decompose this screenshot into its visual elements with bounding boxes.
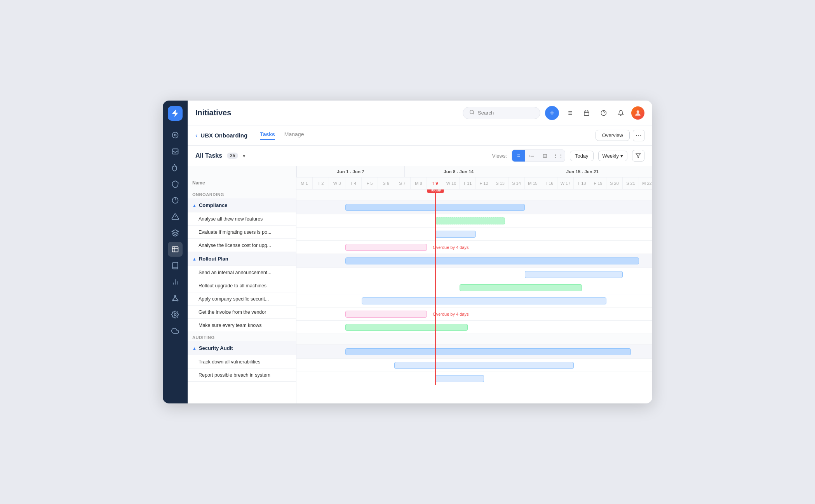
breadcrumb-back[interactable]: ‹ <box>195 132 197 139</box>
gantt-task-row <box>296 214 652 228</box>
sidebar-item-power[interactable] <box>168 193 183 208</box>
sidebar-item-gantt[interactable] <box>168 242 183 257</box>
svg-point-21 <box>470 110 474 113</box>
breadcrumb-project[interactable]: UBX Onboarding <box>200 132 247 139</box>
app-window: Initiatives + <box>163 101 652 403</box>
day-cell: S 21 <box>623 177 639 189</box>
filter-button[interactable] <box>632 150 644 162</box>
page-title: Initiatives <box>195 108 458 117</box>
sidebar-item-settings[interactable] <box>168 307 183 322</box>
gantt-bar-announcement <box>525 271 623 278</box>
day-cell: M 22 <box>639 177 652 189</box>
gantt-task-row <box>296 281 652 294</box>
day-cell: F 12 <box>476 177 492 189</box>
tab-manage[interactable]: Manage <box>284 131 304 140</box>
overdue-label-invoice: · Overdue by 4 days <box>430 312 468 316</box>
header: Initiatives + <box>188 101 652 125</box>
all-tasks-label: All Tasks <box>195 152 222 159</box>
gantt-area: Name Onboarding ▲ Compliance Analyse all… <box>188 166 652 403</box>
day-cell: W 17 <box>557 177 574 189</box>
task-row[interactable]: Track down all vulnerabilities <box>188 355 296 368</box>
svg-rect-8 <box>172 247 178 252</box>
gantt-bar-security <box>362 297 606 304</box>
svg-point-20 <box>174 314 176 316</box>
tab-tasks[interactable]: Tasks <box>260 131 275 140</box>
sidebar-item-book[interactable] <box>168 258 183 273</box>
search-bar[interactable] <box>463 107 540 119</box>
svg-line-18 <box>175 297 178 300</box>
task-row[interactable]: Analyse all thew new features <box>188 212 296 226</box>
sidebar-logo[interactable] <box>168 106 183 121</box>
task-row[interactable]: Rollout upgrade to all machines <box>188 279 296 292</box>
day-cell: T 18 <box>574 177 590 189</box>
gantt-header: Jun 1 - Jun 7 Jun 8 - Jun 14 Jun 15 - Ju… <box>296 166 652 189</box>
breadcrumb: ‹ UBX Onboarding Tasks Manage <box>195 131 596 140</box>
svg-line-22 <box>473 113 474 114</box>
gantt-task-row <box>296 321 652 334</box>
svg-point-14 <box>174 295 176 297</box>
sidebar-item-bugs[interactable] <box>168 160 183 175</box>
add-button[interactable]: + <box>545 106 559 120</box>
sidebar-item-network[interactable] <box>168 291 183 306</box>
gantt-group-row <box>296 200 652 214</box>
sidebar-item-security[interactable] <box>168 177 183 191</box>
sidebar-item-inbox[interactable] <box>168 144 183 159</box>
day-cell: S 20 <box>606 177 623 189</box>
calendar-button[interactable] <box>580 106 593 120</box>
search-icon <box>469 109 475 116</box>
gantt-group-row <box>296 345 652 359</box>
view-gantt[interactable]: ≡ <box>512 150 525 162</box>
gantt-task-row: · Overdue by 4 days <box>296 308 652 321</box>
list-view-button[interactable] <box>563 106 576 120</box>
header-actions: + <box>545 106 644 120</box>
task-name: Analyse all thew new features <box>199 216 263 222</box>
overdue-label: · Overdue by 4 days <box>430 245 468 250</box>
view-timeline[interactable]: ⋮⋮ <box>552 150 565 162</box>
gantt-group-row <box>296 254 652 268</box>
tasks-dropdown[interactable]: ▾ <box>243 153 246 159</box>
overview-button[interactable]: Overview <box>596 130 630 141</box>
security-audit-label: Security Audit <box>199 345 233 351</box>
task-row[interactable]: Get the invoice from the vendor <box>188 306 296 319</box>
task-row[interactable]: Analyse the license cost for upg... <box>188 239 296 252</box>
gantt-task-row <box>296 372 652 385</box>
svg-marker-36 <box>636 154 641 158</box>
today-button[interactable]: Today <box>570 151 594 161</box>
weekly-button[interactable]: Weekly ▾ <box>598 151 627 161</box>
sidebar-item-alert[interactable] <box>168 209 183 224</box>
task-row[interactable]: Evaluate if migrating users is po... <box>188 226 296 239</box>
tabs: Tasks Manage <box>260 131 304 140</box>
task-row[interactable]: Make sure every team knows <box>188 319 296 332</box>
task-row[interactable]: Send an internal announcement... <box>188 266 296 279</box>
day-cell: T 4 <box>345 177 362 189</box>
gantt-task-row: · Overdue by 4 days <box>296 241 652 254</box>
svg-point-35 <box>637 110 639 113</box>
group-rollout-plan[interactable]: ▲ Rollout Plan <box>188 252 296 266</box>
sidebar-item-home[interactable] <box>168 128 183 143</box>
task-row[interactable]: Report possible breach in system <box>188 368 296 382</box>
gantt-task-row <box>296 228 652 241</box>
collapse-security: ▲ <box>192 346 197 351</box>
day-cell: W 3 <box>329 177 345 189</box>
task-name: Track down all vulnerabilities <box>199 359 260 365</box>
group-compliance[interactable]: ▲ Compliance <box>188 198 296 212</box>
group-security-audit[interactable]: ▲ Security Audit <box>188 341 296 355</box>
day-cell: T 2 <box>313 177 329 189</box>
view-board[interactable]: ⊞ <box>538 150 552 162</box>
help-button[interactable] <box>597 106 610 120</box>
search-input[interactable] <box>478 110 532 116</box>
gantt-cell <box>296 189 652 200</box>
weekly-label: Weekly <box>603 153 619 159</box>
view-list[interactable]: ≔ <box>525 150 538 162</box>
gantt-task-row <box>296 359 652 372</box>
task-row[interactable]: Apply company specific securit... <box>188 292 296 306</box>
today-day-cell: T 9 <box>427 177 443 189</box>
avatar[interactable] <box>631 106 644 120</box>
bell-button[interactable] <box>614 106 627 120</box>
gantt-chart-panel: Jun 1 - Jun 7 Jun 8 - Jun 14 Jun 15 - Ju… <box>296 166 652 403</box>
day-cell: T 16 <box>541 177 557 189</box>
sidebar-item-chart[interactable] <box>168 275 183 289</box>
more-options-button[interactable]: ⋯ <box>633 130 644 141</box>
sidebar-item-layers[interactable] <box>168 226 183 240</box>
sidebar-item-cloud[interactable] <box>168 323 183 338</box>
